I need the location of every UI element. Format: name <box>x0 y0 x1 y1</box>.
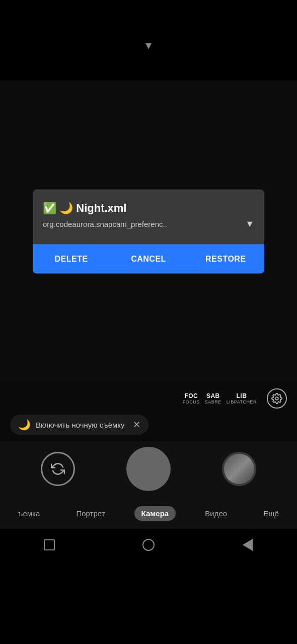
shutter-button[interactable] <box>126 447 171 491</box>
flip-camera-button[interactable] <box>41 452 75 486</box>
nav-home-button[interactable] <box>139 536 158 554</box>
lib-label: LIB <box>236 392 247 399</box>
sabre-option[interactable]: SAB SABRE <box>205 392 221 405</box>
sabre-label: SAB <box>206 392 220 399</box>
night-mode-banner: 🌙 Включить ночную съёмку ✕ <box>10 415 148 435</box>
file-dialog: ✅ 🌙 Night.xml org.codeaurora.snapcam_pre… <box>33 190 264 274</box>
svg-point-0 <box>275 397 278 400</box>
dropdown-arrow-icon[interactable]: ▼ <box>245 219 254 229</box>
system-nav-bar <box>0 529 297 564</box>
tab-video-label: Видео <box>205 509 227 518</box>
tab-съемка[interactable]: ъемка <box>11 506 47 521</box>
moon-emoji: 🌙 <box>59 202 73 214</box>
delete-button[interactable]: DELETE <box>33 245 110 274</box>
top-bar: ▾ <box>0 0 297 80</box>
nav-back-icon <box>243 539 253 551</box>
night-moon-icon: 🌙 <box>18 419 31 431</box>
tab-съемка-label: ъемка <box>18 509 40 518</box>
libpatcher-option[interactable]: LIB LIBPATCHER <box>227 392 257 405</box>
camera-controls: FOC FOCUS SAB SABRE LIB LIBPATCHER 🌙 Вкл… <box>0 382 297 529</box>
checkmark-emoji: ✅ <box>43 202 56 214</box>
dialog-content: ✅ 🌙 Night.xml org.codeaurora.snapcam_pre… <box>33 190 264 245</box>
night-banner-text: Включить ночную съёмку <box>36 421 125 429</box>
gallery-thumb-image <box>224 454 254 484</box>
tab-more[interactable]: Ещё <box>256 506 286 521</box>
night-banner-close[interactable]: ✕ <box>133 419 140 430</box>
nav-circle-icon <box>142 539 155 551</box>
chevron-down-icon[interactable]: ▾ <box>145 38 152 52</box>
tab-camera[interactable]: Камера <box>134 506 176 521</box>
focus-sub-label: FOCUS <box>183 399 200 405</box>
cancel-button[interactable]: CANCEL <box>110 245 187 274</box>
tab-portrait-label: Портрет <box>76 509 105 518</box>
dialog-title: ✅ 🌙 Night.xml <box>43 202 254 215</box>
nav-square-icon <box>44 539 55 550</box>
sabre-sub-label: SABRE <box>205 399 221 405</box>
tab-more-label: Ещё <box>263 509 279 518</box>
camera-options-row: FOC FOCUS SAB SABRE LIB LIBPATCHER <box>0 382 297 413</box>
focus-label: FOC <box>184 392 198 399</box>
gallery-thumbnail[interactable] <box>222 452 256 486</box>
tab-video[interactable]: Видео <box>198 506 234 521</box>
camera-viewfinder: ✅ 🌙 Night.xml org.codeaurora.snapcam_pre… <box>0 80 297 382</box>
nav-back-button[interactable] <box>239 536 257 554</box>
shutter-row <box>0 442 297 501</box>
mode-tabs: ъемка Портрет Камера Видео Ещё <box>0 501 297 529</box>
dialog-spacer <box>43 229 254 245</box>
dialog-buttons: DELETE CANCEL RESTORE <box>33 245 264 274</box>
restore-button[interactable]: RESTORE <box>187 245 264 274</box>
dialog-filename: Night.xml <box>76 202 126 214</box>
dialog-package-name: org.codeaurora.snapcam_preferenc.. <box>43 220 167 228</box>
nav-recents-button[interactable] <box>40 536 58 554</box>
tab-portrait[interactable]: Портрет <box>69 506 112 521</box>
tab-camera-label: Камера <box>141 509 169 518</box>
lib-sub-label: LIBPATCHER <box>227 399 257 405</box>
dialog-subtitle[interactable]: org.codeaurora.snapcam_preferenc.. ▼ <box>43 219 254 229</box>
settings-button[interactable] <box>267 388 287 409</box>
focus-option[interactable]: FOC FOCUS <box>183 392 200 405</box>
